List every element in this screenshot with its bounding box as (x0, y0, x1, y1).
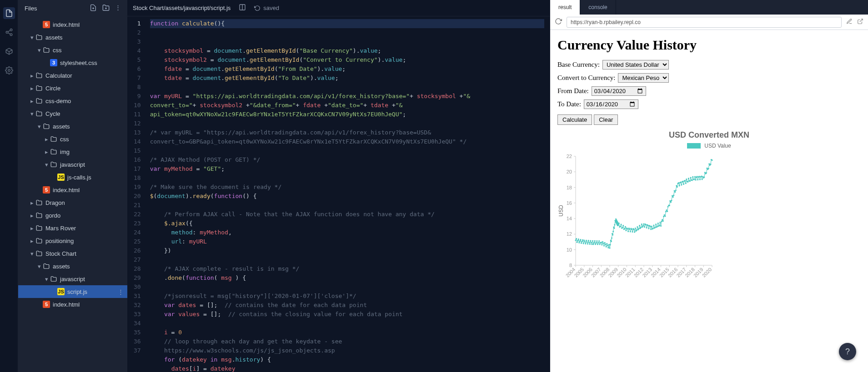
base-currency-select[interactable]: United States Dollar (602, 60, 669, 69)
tree-folder[interactable]: ▸Dragon⋮ (18, 196, 127, 209)
svg-point-78 (583, 243, 584, 244)
svg-line-4 (8, 33, 10, 34)
new-file-icon[interactable] (90, 4, 97, 13)
svg-point-110 (606, 246, 607, 248)
tree-folder[interactable]: ▾javascript⋮ (18, 158, 127, 171)
svg-point-88 (590, 240, 591, 242)
tree-file[interactable]: 5index.html⋮ (18, 184, 127, 196)
chevron-icon: ▾ (29, 250, 35, 257)
url-input[interactable] (567, 17, 842, 28)
tree-file[interactable]: 5index.html⋮ (18, 298, 127, 311)
chart-legend: USD Value (557, 143, 861, 149)
edit-url-icon[interactable] (846, 18, 853, 26)
svg-point-80 (584, 241, 586, 243)
svg-point-6 (8, 69, 10, 72)
from-date-input[interactable] (592, 86, 646, 96)
clear-button[interactable]: Clear (594, 114, 618, 125)
svg-point-139 (617, 225, 619, 226)
calculate-button[interactable]: Calculate (557, 114, 592, 125)
svg-point-112 (607, 245, 608, 246)
svg-point-184 (650, 226, 651, 227)
tree-folder[interactable]: ▾css⋮ (18, 44, 127, 56)
tree-folder[interactable]: ▾Cycle⋮ (18, 107, 127, 120)
tree-folder[interactable]: ▸Mars Rover⋮ (18, 222, 127, 234)
activity-bar (0, 0, 18, 372)
activity-packages-icon[interactable] (3, 45, 15, 57)
tree-file[interactable]: JSscript.js⋮ (18, 285, 127, 298)
svg-point-208 (667, 211, 668, 212)
tree-label: javascript (60, 276, 85, 283)
svg-point-231 (683, 184, 684, 185)
svg-point-238 (688, 178, 689, 179)
more-icon[interactable]: ⋮ (115, 4, 121, 13)
activity-share-icon[interactable] (3, 26, 15, 38)
folder-icon (35, 84, 43, 92)
svg-point-227 (680, 181, 682, 183)
tree-folder[interactable]: ▸img⋮ (18, 145, 127, 158)
activity-files-icon[interactable] (3, 7, 15, 19)
code-editor: Stock Chart/assets/javascript/script.js … (127, 0, 550, 372)
svg-point-163 (635, 228, 636, 229)
new-folder-icon[interactable] (102, 4, 110, 13)
code-area[interactable]: 1234567891011121314151617181920212223242… (127, 16, 550, 372)
tree-file[interactable]: 3stylesheet.css⋮ (18, 56, 127, 69)
tree-folder[interactable]: ▾assets⋮ (18, 120, 127, 133)
tree-folder[interactable]: ▸gordo⋮ (18, 209, 127, 222)
svg-point-207 (666, 209, 667, 211)
tree-label: img (60, 149, 70, 155)
html-icon: 5 (43, 186, 50, 193)
svg-point-191 (654, 227, 656, 228)
svg-point-235 (686, 179, 687, 180)
svg-point-243 (692, 179, 693, 181)
tree-folder[interactable]: ▾assets⋮ (18, 260, 127, 273)
tree-file[interactable]: 5index.html⋮ (18, 18, 127, 31)
tree-folder[interactable]: ▸css⋮ (18, 133, 127, 145)
svg-point-143 (620, 224, 622, 225)
tree-folder[interactable]: ▾Stock Chart⋮ (18, 247, 127, 260)
tab-result[interactable]: result (550, 0, 580, 15)
tree-label: Stock Chart (45, 250, 76, 257)
tree-folder[interactable]: ▸positioning⋮ (18, 234, 127, 247)
tab-console[interactable]: console (580, 0, 616, 15)
svg-point-260 (703, 177, 705, 178)
open-external-icon[interactable] (857, 18, 863, 26)
svg-point-228 (681, 184, 682, 186)
svg-point-263 (706, 172, 707, 174)
tree-folder[interactable]: ▸css-demo⋮ (18, 94, 127, 107)
tree-folder[interactable]: ▸Circle⋮ (18, 82, 127, 94)
tree-label: gordo (45, 212, 60, 219)
svg-point-192 (655, 223, 657, 225)
tree-folder[interactable]: ▾javascript⋮ (18, 273, 127, 285)
svg-point-98 (597, 243, 598, 245)
tree-folder[interactable]: ▸Calculator⋮ (18, 69, 127, 82)
svg-point-216 (672, 196, 674, 198)
convert-currency-label: Convert to Currency: (557, 74, 615, 82)
svg-point-201 (662, 219, 663, 220)
svg-point-241 (690, 177, 692, 179)
svg-point-105 (602, 241, 603, 243)
svg-point-179 (646, 227, 647, 228)
svg-point-70 (577, 240, 578, 241)
tree-label: assets (45, 34, 63, 41)
folder-icon (50, 275, 57, 283)
row-more-icon[interactable]: ⋮ (118, 288, 124, 295)
convert-currency-select[interactable]: Mexican Peso (618, 73, 669, 83)
svg-point-72 (578, 242, 580, 243)
svg-point-199 (660, 225, 662, 227)
svg-point-118 (611, 241, 612, 242)
tree-folder[interactable]: ▾assets⋮ (18, 31, 127, 44)
svg-point-211 (669, 205, 670, 206)
activity-settings-icon[interactable] (3, 64, 15, 76)
split-editor-icon[interactable] (239, 4, 246, 13)
svg-point-169 (639, 225, 640, 226)
reload-icon[interactable] (555, 18, 562, 27)
tree-file[interactable]: JSjs-calls.js⋮ (18, 171, 127, 184)
help-fab[interactable]: ? (839, 343, 856, 360)
svg-text:12: 12 (567, 231, 572, 237)
svg-point-73 (579, 240, 581, 242)
svg-point-198 (659, 222, 661, 223)
to-date-input[interactable] (584, 99, 638, 109)
svg-point-258 (702, 176, 703, 177)
chevron-icon: ▸ (29, 98, 35, 104)
file-tree[interactable]: 5index.html⋮▾assets⋮▾css⋮3stylesheet.css… (18, 16, 127, 372)
